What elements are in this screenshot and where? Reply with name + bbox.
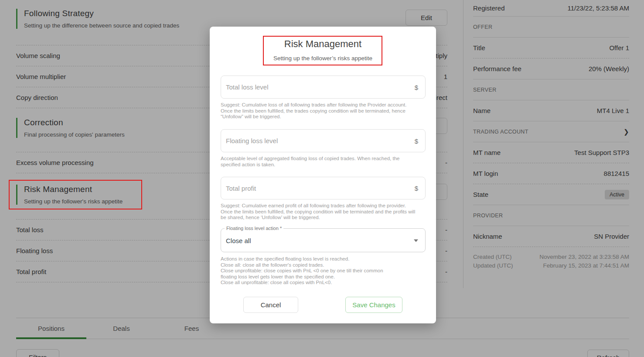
floating-loss-level-action-select[interactable]: Floating loss level action * Close all — [221, 228, 426, 252]
help-line: Close all unprofitable: close all copies… — [221, 280, 426, 286]
cancel-button[interactable]: Cancel — [243, 297, 298, 313]
select-label: Floating loss level action * — [225, 226, 283, 231]
modal-title: Risk Management — [221, 38, 425, 50]
dollar-suffix: $ — [415, 185, 418, 192]
help-line: Close all: close all the follower's copi… — [221, 262, 426, 268]
help-line: Close unprofitable: close copies with Pn… — [221, 268, 426, 274]
field-floating-loss-level: $ Acceptable level of aggregated floatin… — [221, 129, 426, 168]
modal-subtitle: Setting up the follower’s risks appetite — [221, 55, 425, 62]
save-changes-button[interactable]: Save Changes — [345, 297, 402, 313]
total-loss-level-inputbox: $ — [221, 76, 426, 99]
field-floating-loss-level-action: Floating loss level action * Close all A… — [221, 228, 426, 286]
floating-loss-action-help: Actions in case the specified floating l… — [221, 256, 426, 286]
risk-management-modal: Risk Management Setting up the follower’… — [210, 27, 436, 323]
total-loss-level-input[interactable] — [221, 76, 425, 98]
copy-trading-settings-page: Following Strategy Setting up the differ… — [0, 0, 644, 357]
help-line: Actions in case the specified floating l… — [221, 256, 426, 262]
total-profit-help: Suggest: Cumulative earned profit of all… — [221, 203, 418, 221]
select-value: Close all — [226, 237, 251, 244]
help-line: floating loss level gets lower than the … — [221, 274, 426, 280]
chevron-down-icon — [414, 239, 418, 242]
field-total-profit: $ Suggest: Cumulative earned profit of a… — [221, 177, 426, 221]
floating-loss-level-help: Acceptable level of aggregated floating … — [221, 156, 418, 168]
dollar-suffix: $ — [415, 137, 418, 144]
floating-loss-level-input[interactable] — [221, 130, 425, 152]
total-loss-level-help: Suggest: Cumulative loss of all followin… — [221, 102, 418, 120]
modal-actions: Cancel Save Changes — [221, 297, 426, 313]
floating-loss-level-inputbox: $ — [221, 129, 426, 152]
dollar-suffix: $ — [415, 83, 418, 91]
field-total-loss-level: $ Suggest: Cumulative loss of all follow… — [221, 76, 426, 120]
total-profit-inputbox: $ — [221, 177, 426, 199]
total-profit-input[interactable] — [221, 177, 425, 199]
